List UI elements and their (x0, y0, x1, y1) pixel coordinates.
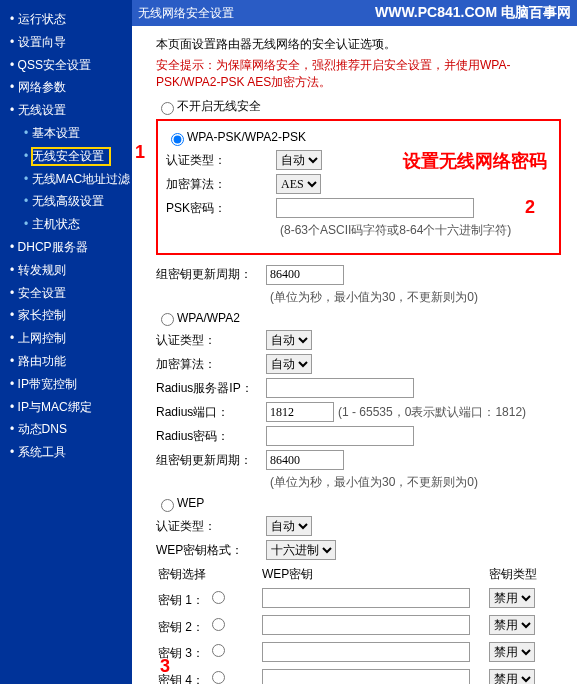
wep-key-input-4[interactable] (262, 669, 470, 684)
wep-key-radio-2[interactable] (212, 618, 225, 631)
wep-key-radio-1[interactable] (212, 591, 225, 604)
main-panel: 无线网络安全设置 WWW.PC841.COM 电脑百事网 本页面设置路由器无线网… (130, 0, 577, 684)
sidebar-item[interactable]: DHCP服务器 (6, 236, 130, 259)
page-title: 无线网络安全设置 (138, 5, 234, 22)
wpa-psk-auth-select[interactable]: 自动 (276, 150, 322, 170)
psk-password-input[interactable] (276, 198, 474, 218)
sidebar-item[interactable]: 路由功能 (6, 350, 130, 373)
wep-key-row: 密钥 3： 禁用 (156, 638, 561, 665)
sidebar-item[interactable]: 安全设置 (6, 282, 130, 305)
radio-wpa-psk[interactable] (171, 133, 184, 146)
wep-format-select[interactable]: 十六进制 (266, 540, 336, 560)
radio-disable-security[interactable] (161, 102, 174, 115)
wep-key-type-4[interactable]: 禁用 (489, 669, 535, 684)
radius-pwd-input[interactable] (266, 426, 414, 446)
wep-key-type-2[interactable]: 禁用 (489, 615, 535, 635)
annot-3: 3 (160, 656, 170, 677)
wep-key-row: 密钥 1： 禁用 (156, 585, 561, 612)
radio-wep[interactable] (161, 499, 174, 512)
annot-2: 2 (525, 197, 535, 218)
sidebar-item[interactable]: 无线MAC地址过滤 (6, 168, 130, 191)
sidebar-item[interactable]: 上网控制 (6, 327, 130, 350)
wep-key-table: 密钥选择 WEP密钥 密钥类型 密钥 1： 禁用密钥 2： 禁用密钥 3： 禁用… (156, 564, 561, 684)
radius-port-input[interactable] (266, 402, 334, 422)
intro-text: 本页面设置路由器无线网络的安全认证选项。 安全提示：为保障网络安全，强烈推荐开启… (156, 36, 561, 90)
wep-title: WEP (177, 495, 204, 512)
sidebar-item[interactable]: 设置向导 (6, 31, 130, 54)
callout-set-password: 设置无线网络密码 (403, 149, 547, 173)
sidebar-item[interactable]: 家长控制 (6, 304, 130, 327)
wep-key-input-1[interactable] (262, 588, 470, 608)
brand-text: WWW.PC841.COM 电脑百事网 (375, 4, 571, 22)
sidebar-item[interactable]: 网络参数 (6, 76, 130, 99)
wpa-title: WPA/WPA2 (177, 310, 240, 327)
wep-key-row: 密钥 4： 禁用 (156, 665, 561, 684)
radio-wpa[interactable] (161, 313, 174, 326)
sidebar-item[interactable]: 主机状态 (6, 213, 130, 236)
sidebar: 运行状态设置向导QSS安全设置网络参数无线设置基本设置无线安全设置无线MAC地址… (0, 0, 130, 684)
wep-key-radio-3[interactable] (212, 644, 225, 657)
wpa-psk-enc-select[interactable]: AES (276, 174, 321, 194)
annot-1: 1 (135, 142, 145, 163)
wep-key-input-2[interactable] (262, 615, 470, 635)
titlebar: 无线网络安全设置 WWW.PC841.COM 电脑百事网 (132, 0, 577, 26)
sidebar-item[interactable]: QSS安全设置 (6, 54, 130, 77)
group-rekey-input[interactable] (266, 265, 344, 285)
sidebar-item[interactable]: IP带宽控制 (6, 373, 130, 396)
wep-key-type-3[interactable]: 禁用 (489, 642, 535, 662)
sidebar-item[interactable]: 转发规则 (6, 259, 130, 282)
sidebar-item[interactable]: 系统工具 (6, 441, 130, 464)
wpa-enc-select[interactable]: 自动 (266, 354, 312, 374)
sidebar-item[interactable]: 动态DNS (6, 418, 130, 441)
wpa-rekey-input[interactable] (266, 450, 344, 470)
opt-disable-label: 不开启无线安全 (177, 98, 261, 115)
wpa-auth-select[interactable]: 自动 (266, 330, 312, 350)
wpa-psk-section: 设置无线网络密码 WPA-PSK/WPA2-PSK 认证类型： 自动 加密算法：… (156, 119, 561, 255)
wep-key-type-1[interactable]: 禁用 (489, 588, 535, 608)
sidebar-item[interactable]: 基本设置 (6, 122, 130, 145)
wep-auth-select[interactable]: 自动 (266, 516, 312, 536)
wep-key-input-3[interactable] (262, 642, 470, 662)
sidebar-item[interactable]: 无线安全设置 (6, 145, 130, 168)
sidebar-item[interactable]: IP与MAC绑定 (6, 396, 130, 419)
sidebar-item[interactable]: 无线设置 (6, 99, 130, 122)
radius-ip-input[interactable] (266, 378, 414, 398)
wep-key-row: 密钥 2： 禁用 (156, 612, 561, 639)
wep-key-radio-4[interactable] (212, 671, 225, 684)
sidebar-item[interactable]: 无线高级设置 (6, 190, 130, 213)
sidebar-item[interactable]: 运行状态 (6, 8, 130, 31)
wpa-psk-title: WPA-PSK/WPA2-PSK (187, 129, 306, 146)
